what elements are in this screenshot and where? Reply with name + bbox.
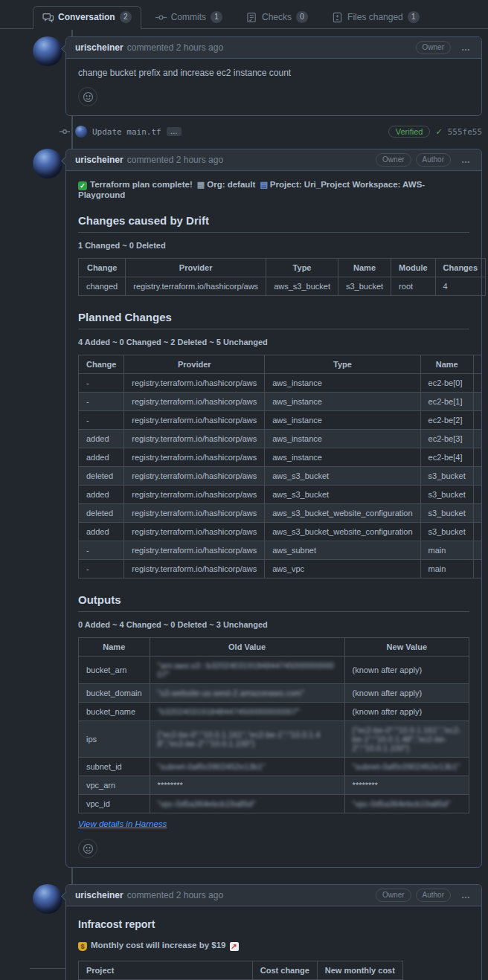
table-row: addedregistry.terraform.io/hashicorp/aws…	[79, 430, 482, 448]
conversation-icon	[42, 12, 54, 23]
tab-checks-label: Checks	[262, 12, 292, 22]
table-row: -registry.terraform.io/hashicorp/awsaws_…	[79, 374, 482, 393]
redacted-value: "s3-website-us-west-2.amazonaws.com"	[158, 689, 304, 697]
add-reaction-button[interactable]	[78, 87, 97, 106]
drift-summary: 1 Changed ~ 0 Deleted	[78, 241, 469, 250]
avatar[interactable]	[33, 884, 62, 914]
comment-meta: commented 2 hours ago	[127, 42, 223, 53]
commit-ellipsis-button[interactable]: …	[167, 127, 182, 136]
tab-commits-label: Commits	[171, 12, 206, 22]
terraform-plan-status-line: ✓Terraform plan complete!▦Org: default▤P…	[78, 180, 469, 199]
col-header: Project	[79, 961, 253, 980]
avatar[interactable]	[33, 36, 62, 66]
table-row: deletedregistry.terraform.io/hashicorp/a…	[79, 467, 482, 486]
comment-header: urischeiner commented 2 hours ago Owner …	[66, 885, 481, 906]
author-badge: Author	[416, 889, 451, 902]
comment-author[interactable]: urischeiner	[75, 155, 123, 165]
redacted-value: {"ec2-be-0":"10.0.1.161","ec2-be-1":"10.…	[158, 730, 321, 748]
commit-sha[interactable]: 555fe55	[448, 127, 482, 137]
kebab-menu-icon[interactable]: …	[460, 155, 472, 165]
col-header: Change	[79, 259, 126, 277]
col-header: Name	[338, 259, 391, 277]
comment-1: urischeiner commented 2 hours ago Owner …	[0, 36, 488, 116]
col-header: Old Value	[150, 638, 344, 657]
table-row: -registry.terraform.io/hashicorp/awsaws_…	[79, 541, 482, 560]
owner-badge: Owner	[376, 153, 411, 167]
outputs-table: Name Old Value New Value bucket_arn"arn:…	[78, 637, 469, 813]
col-header: Type	[265, 355, 420, 374]
redacted-value: "vpc-0d5a364ebcb19a85d"	[353, 799, 451, 808]
comment-box: urischeiner commented 2 hours ago Owner …	[65, 884, 482, 980]
col-header: New Value	[344, 638, 469, 657]
tab-checks-count: 0	[296, 11, 308, 23]
table-row: addedregistry.terraform.io/hashicorp/aws…	[79, 448, 482, 467]
tab-conversation-count: 2	[120, 11, 132, 23]
table-row: bucket_arn"arn:aws:s3:::b320240319184844…	[79, 657, 469, 684]
commit-message[interactable]: Update main.tf	[92, 127, 161, 137]
tab-files-changed-count: 1	[408, 11, 420, 23]
comment-author[interactable]: urischeiner	[75, 42, 123, 53]
comment-header: urischeiner commented 2 hours ago Owner …	[66, 37, 481, 59]
table-row: -registry.terraform.io/hashicorp/awsaws_…	[79, 560, 482, 578]
verified-badge[interactable]: Verified	[388, 126, 431, 138]
avatar[interactable]	[75, 126, 87, 138]
avatar[interactable]	[33, 149, 62, 178]
project-emoji-icon: ▤	[260, 180, 267, 189]
comment-header: urischeiner commented 2 hours ago Owner …	[66, 149, 481, 171]
git-commit-icon	[155, 12, 167, 23]
smiley-icon	[83, 91, 94, 103]
table-row: addedregistry.terraform.io/hashicorp/aws…	[79, 523, 482, 541]
table-row: -registry.terraform.io/hashicorp/awsaws_…	[79, 393, 482, 411]
org-emoji-icon: ▦	[197, 180, 205, 189]
comment-box: urischeiner commented 2 hours ago Owner …	[65, 36, 482, 116]
author-badge: Author	[416, 153, 451, 167]
money-bag-emoji-icon: $	[78, 942, 87, 951]
col-header: Module	[391, 259, 436, 277]
table-row: vpc_arn****************	[79, 776, 469, 795]
comment-body-text: change bucket prefix and increase ec2 in…	[78, 68, 469, 78]
outputs-section-title: Outputs	[78, 586, 469, 612]
checklist-icon	[246, 12, 257, 23]
comment-meta: commented 2 hours ago	[127, 155, 223, 165]
table-row: bucket_domain"s3-website-us-west-2.amazo…	[79, 684, 469, 703]
table-row: ips{"ec2-be-0":"10.0.1.161","ec2-be-1":"…	[79, 721, 469, 758]
table-row: vpc_id"vpc-0d5a364ebcb19a85d""vpc-0d5a36…	[79, 795, 469, 813]
table-row: subnet_id"subnet-0af0c0902452e13b1""subn…	[79, 758, 469, 776]
tab-conversation[interactable]: Conversation 2	[33, 6, 141, 29]
tab-commits[interactable]: Commits 1	[146, 6, 232, 29]
col-header: Change	[79, 355, 124, 374]
tab-checks[interactable]: Checks 0	[237, 6, 318, 29]
kebab-menu-icon[interactable]: …	[460, 890, 472, 900]
col-header: Name	[79, 638, 150, 657]
comment-author[interactable]: urischeiner	[75, 890, 123, 900]
redacted-value: "subnet-0af0c0902452e13b1"	[158, 762, 266, 771]
kebab-menu-icon[interactable]: …	[460, 42, 472, 53]
col-header: New monthly cost	[317, 961, 402, 980]
table-row: deletedregistry.terraform.io/hashicorp/a…	[79, 504, 482, 523]
redacted-value: "b32024031918484474500000000007"	[158, 707, 300, 716]
drift-section-title: Changes caused by Drift	[78, 207, 469, 233]
col-header: Cost change	[252, 961, 317, 980]
add-reaction-button[interactable]	[78, 839, 97, 858]
check-emoji-icon: ✓	[78, 181, 87, 190]
col-header: Module	[473, 355, 481, 374]
tab-files-changed-label: Files changed	[347, 12, 403, 22]
tab-files-changed[interactable]: Files changed 1	[322, 6, 429, 29]
infracost-report-title: Infracost report	[78, 918, 469, 930]
comment-3: urischeiner commented 2 hours ago Owner …	[0, 884, 488, 980]
tab-commits-count: 1	[211, 11, 222, 23]
col-header: Type	[266, 259, 338, 277]
comment-meta: commented 2 hours ago	[127, 890, 223, 900]
view-details-in-harness-link[interactable]: View details in Harness	[78, 819, 167, 828]
owner-badge: Owner	[416, 41, 451, 54]
table-row: changed registry.terraform.io/hashicorp/…	[79, 277, 486, 296]
check-icon: ✓	[435, 127, 442, 137]
drift-table: Change Provider Type Name Module Changes…	[78, 258, 486, 296]
outputs-summary: 0 Added ~ 4 Changed ~ 0 Deleted ~ 3 Unch…	[78, 620, 469, 629]
owner-badge: Owner	[376, 889, 411, 902]
col-header: Changes	[435, 259, 485, 277]
table-row: addedregistry.terraform.io/hashicorp/aws…	[79, 486, 482, 504]
redacted-value: "arn:aws:s3:::b3202403191848447450000000…	[158, 661, 335, 679]
redacted-value: "subnet-0af0c0902452e13b1"	[353, 762, 460, 771]
comment-box: urischeiner commented 2 hours ago Owner …	[65, 149, 482, 868]
